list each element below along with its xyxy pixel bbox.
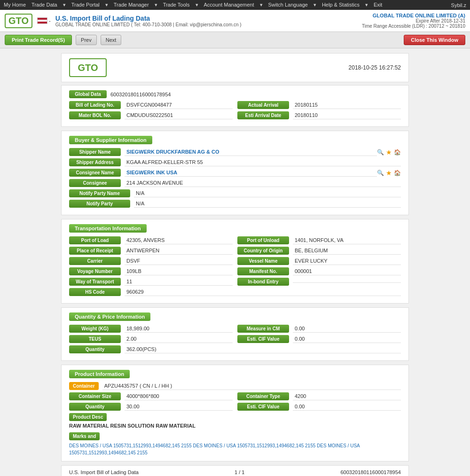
- manifest-no-value: 000001: [293, 267, 401, 275]
- print-button-top[interactable]: Print Trade Record(S): [5, 35, 72, 45]
- nav-exit[interactable]: Exit: [374, 2, 382, 8]
- header-left: GTO - U.S. Import Bill of Lading Data GL…: [5, 14, 242, 28]
- voyage-number-label: Voyage Number: [69, 267, 121, 275]
- quantity-label: Quantity: [69, 345, 121, 353]
- doc-footer: U.S. Import Bill of Lading Data 1 / 1 60…: [61, 465, 409, 476]
- product-qty-value: 30.00: [125, 403, 233, 411]
- marks-section: Marks and: [69, 430, 401, 442]
- consignee-label: Consignee: [69, 179, 121, 187]
- country-origin-label: Country of Origin: [237, 247, 289, 255]
- nav-account-management[interactable]: Account Management: [204, 2, 254, 8]
- actual-arrival-value: 20180115: [293, 101, 401, 109]
- nav-trade-tools[interactable]: Trade Tools: [163, 2, 190, 8]
- teus-cif-row: TEUS 2.00 Esti. CIF Value 0.00: [69, 335, 401, 343]
- nav-trade-manager[interactable]: Trade Manager: [114, 2, 149, 8]
- top-toolbar: Print Trade Record(S) Prev Next Close Th…: [0, 32, 470, 48]
- place-receipt-value: ANTWERPEN: [125, 247, 233, 255]
- bol-no-field: Bill of Lading No. DSVFCGN0048477: [69, 101, 233, 109]
- port-unload-value: 1401, NORFOLK, VA: [293, 236, 401, 244]
- transportation-header: Transportation Information: [69, 224, 401, 236]
- page-info: 1 / 1: [235, 469, 244, 475]
- consignee-name-value: SIEGWERK INK USA: [125, 169, 377, 177]
- container-value: APZU4435757 ( CN / L / HH ): [102, 382, 401, 390]
- port-row: Port of Load 42305, ANVERS Port of Unloa…: [69, 236, 401, 244]
- inbond-entry-field: In-bond Entry: [237, 278, 401, 286]
- measure-cm-value: 0.00: [293, 325, 401, 333]
- buyer-supplier-header: Buyer & Supplier Information: [69, 136, 401, 148]
- shipper-search-icon[interactable]: 🔍: [377, 149, 384, 156]
- buyer-supplier-section-label: Buyer & Supplier Information: [69, 136, 152, 144]
- consignee-star-icon[interactable]: ★: [386, 169, 392, 177]
- consignee-search-icon[interactable]: 🔍: [377, 170, 384, 176]
- global-data-card: Global Data 600320180116000178954 Bill o…: [61, 85, 409, 127]
- hs-code-row: HS Code 960629: [69, 288, 401, 296]
- doc-logo: GTO: [69, 58, 107, 77]
- country-origin-field: Country of Origin BE, BELGIUM: [237, 247, 401, 255]
- weight-value: 18,989.00: [125, 325, 233, 333]
- container-size-type-row: Container Size 4000*806*800 Container Ty…: [69, 392, 401, 400]
- page-title: U.S. Import Bill of Lading Data: [55, 15, 242, 22]
- port-unload-field: Port of Unload 1401, NORFOLK, VA: [237, 236, 401, 244]
- notify-party-label: Notify Party: [69, 200, 130, 208]
- shipper-name-label: Shipper Name: [69, 148, 121, 156]
- nav-switch-language[interactable]: Switch Language: [268, 2, 308, 8]
- nav-my-home[interactable]: My Home: [4, 2, 26, 8]
- marks-text: DES MOINES / USA 1505731,1512993,1494682…: [69, 442, 401, 456]
- doc-type-footer: U.S. Import Bill of Lading Data: [69, 469, 139, 475]
- nav-trade-portal[interactable]: Trade Portal: [71, 2, 100, 8]
- carrier-field: Carrier DSVF: [69, 257, 233, 265]
- vessel-name-value: EVER LUCKY: [293, 257, 401, 265]
- voyage-number-value: 109LB: [125, 267, 233, 275]
- prev-button-top[interactable]: Prev: [76, 35, 97, 45]
- voyage-number-field: Voyage Number 109LB: [69, 267, 233, 275]
- container-type-label: Container Type: [237, 392, 289, 400]
- master-bol-row: Mater BOL No. CMDUDUS0222501 Esti Arriva…: [69, 111, 401, 119]
- esti-arrival-value: 20180110: [293, 111, 401, 119]
- quantity-price-section-label: Quantity & Price Information: [69, 312, 150, 321]
- notify-party-row: Notify Party N/A: [69, 200, 401, 208]
- buyer-supplier-card: Buyer & Supplier Information Shipper Nam…: [61, 131, 409, 215]
- port-load-label: Port of Load: [69, 236, 121, 244]
- product-section-label: Product Information: [69, 370, 130, 378]
- expire-date: Expire After 2018-12-31: [362, 18, 465, 23]
- container-type-value: 4200: [293, 392, 401, 400]
- carrier-value: DSVF: [125, 257, 233, 265]
- port-unload-label: Port of Unload: [237, 236, 289, 244]
- container-size-field: Container Size 4000*806*800: [69, 392, 233, 400]
- user-label: Sybil.z: [451, 2, 466, 8]
- nav-help-statistics[interactable]: Help & Statistics: [322, 2, 360, 8]
- product-qty-label: Quantity: [69, 403, 121, 411]
- product-qty-field: Quantity 30.00: [69, 403, 233, 411]
- voyage-manifest-row: Voyage Number 109LB Manifest No. 000001: [69, 267, 401, 275]
- close-button-top[interactable]: Close This Window: [404, 35, 465, 45]
- esti-arrival-label: Esti Arrival Date: [237, 111, 289, 119]
- next-button-top[interactable]: Next: [101, 35, 122, 45]
- global-data-value: 600320180116000178954: [110, 92, 171, 97]
- shipper-star-icon[interactable]: ★: [386, 148, 392, 156]
- esti-cif-value: 0.00: [293, 335, 401, 343]
- shipper-address-label: Shipper Address: [69, 158, 121, 166]
- shipper-home-icon[interactable]: 🏠: [394, 149, 401, 156]
- top-navigation: My Home Trade Data ▾ Trade Portal ▾ Trad…: [0, 0, 470, 10]
- place-country-row: Place of Receipt ANTWERPEN Country of Or…: [69, 247, 401, 255]
- place-receipt-field: Place of Receipt ANTWERPEN: [69, 247, 233, 255]
- product-header: Product Information: [69, 370, 401, 382]
- container-label: Container: [69, 382, 99, 390]
- doc-logo-img: GTO: [69, 58, 107, 77]
- header-subtitle: GLOBAL TRADE ONLINE LIMITED ( Tel: 400-7…: [55, 22, 242, 27]
- actual-arrival-field: Actual Arrival 20180115: [237, 101, 401, 109]
- notify-party-name-label: Notify Party Name: [69, 189, 130, 197]
- inbond-entry-label: In-bond Entry: [237, 278, 289, 286]
- carrier-label: Carrier: [69, 257, 121, 265]
- consignee-home-icon[interactable]: 🏠: [394, 170, 401, 176]
- shipper-name-row: Shipper Name SIEGWERK DRUCKFARBEN AG & C…: [69, 148, 401, 156]
- global-data-row: Global Data 600320180116000178954: [69, 90, 401, 98]
- product-cif-value: 0.00: [293, 403, 401, 411]
- measure-cm-field: Measure in CM 0.00: [237, 325, 401, 333]
- product-desc-text: RAW MATERIAL RESIN SOLUTION RAW MATERIAL: [69, 423, 401, 429]
- nav-trade-data[interactable]: Trade Data: [31, 2, 57, 8]
- bol-no-label: Bill of Lading No.: [69, 101, 121, 109]
- country-origin-value: BE, BELGIUM: [293, 247, 401, 255]
- product-cif-label: Esti. CIF Value: [237, 403, 289, 411]
- marks-label: Marks and: [69, 432, 100, 440]
